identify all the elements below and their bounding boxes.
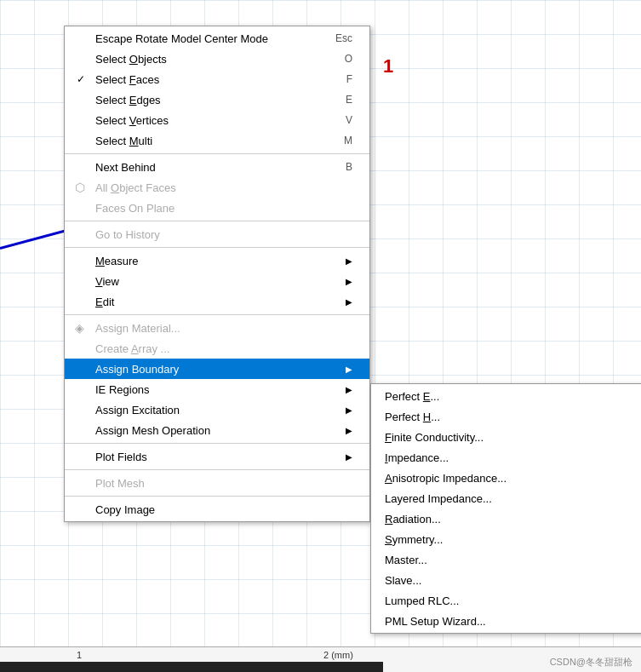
menu-item-select-faces[interactable]: ✓ Select Faces F	[65, 69, 369, 89]
faces-on-plane-label: Faces On Plane	[95, 202, 175, 215]
radiation-label: Radiation...	[385, 513, 441, 526]
menu-item-assign-boundary[interactable]: Assign Boundary ▶	[65, 359, 369, 379]
select-vertices-shortcut: V	[320, 114, 352, 126]
create-array-label: Create Array ...	[95, 342, 169, 355]
menu-item-escape-rotate[interactable]: Escape Rotate Model Center Mode Esc	[65, 28, 369, 49]
separator-6	[65, 469, 369, 470]
plot-mesh-label: Plot Mesh	[95, 477, 145, 490]
select-multi-label: Select Multi	[95, 135, 152, 147]
ie-regions-arrow: ▶	[337, 385, 352, 394]
view-label: View	[95, 275, 119, 288]
assign-mesh-label: Assign Mesh Operation	[95, 424, 210, 437]
separator-4	[65, 314, 369, 315]
separator-7	[65, 496, 369, 497]
finite-conductivity-label: Finite Conductivity...	[385, 431, 484, 444]
assign-excitation-label: Assign Excitation	[95, 404, 180, 416]
submenu-item-layered-impedance[interactable]: Layered Impedance...	[371, 488, 641, 508]
menu-item-select-vertices[interactable]: Select Vertices V	[65, 110, 369, 130]
submenu-item-perfect-e[interactable]: Perfect E...	[371, 386, 641, 406]
separator-3	[65, 247, 369, 248]
all-object-faces-label: All Object Faces	[95, 181, 176, 194]
plot-fields-label: Plot Fields	[95, 451, 147, 463]
submenu-item-anisotropic-impedance[interactable]: Anisotropic Impedance...	[371, 468, 641, 488]
layered-impedance-label: Layered Impedance...	[385, 492, 492, 505]
assign-material-label: Assign Material...	[95, 322, 180, 335]
view-arrow: ▶	[337, 277, 352, 286]
menu-item-next-behind[interactable]: Next Behind B	[65, 157, 369, 177]
ruler-label-1: 1	[77, 650, 82, 660]
ie-regions-label: IE Regions	[95, 383, 150, 396]
menu-item-edit[interactable]: Edit ▶	[65, 291, 369, 312]
pml-setup-label: PML Setup Wizard...	[385, 615, 486, 628]
submenu-item-master[interactable]: Master...	[371, 549, 641, 570]
select-vertices-label: Select Vertices	[95, 114, 169, 127]
impedance-label: Impedance...	[385, 451, 449, 464]
menu-item-plot-fields[interactable]: Plot Fields ▶	[65, 446, 369, 467]
submenu-item-finite-conductivity[interactable]: Finite Conductivity...	[371, 427, 641, 447]
select-objects-label: Select Objects	[95, 53, 167, 66]
escape-rotate-shortcut: Esc	[310, 32, 352, 44]
separator-1	[65, 153, 369, 154]
lumped-rlc-label: Lumped RLC...	[385, 594, 459, 607]
edit-arrow: ▶	[337, 297, 352, 307]
menu-item-all-object-faces: ⬡ All Object Faces	[65, 177, 369, 198]
perfect-e-label: Perfect E...	[385, 390, 439, 403]
separator-5	[65, 443, 369, 444]
menu-item-create-array: Create Array ...	[65, 338, 369, 359]
menu-item-measure[interactable]: Measure ▶	[65, 250, 369, 271]
select-faces-shortcut: F	[321, 73, 352, 85]
anisotropic-impedance-label: Anisotropic Impedance...	[385, 472, 507, 485]
menu-item-ie-regions[interactable]: IE Regions ▶	[65, 379, 369, 399]
context-menu: Escape Rotate Model Center Mode Esc Sele…	[64, 26, 370, 522]
menu-item-select-multi[interactable]: Select Multi M	[65, 130, 369, 151]
all-object-faces-icon: ⬡	[75, 181, 85, 194]
submenu-item-perfect-h[interactable]: Perfect H...	[371, 406, 641, 427]
submenu-item-symmetry[interactable]: Symmetry...	[371, 529, 641, 549]
assign-boundary-label: Assign Boundary	[95, 363, 179, 376]
select-faces-check: ✓	[77, 73, 85, 85]
assign-material-icon: ◈	[75, 321, 84, 335]
escape-rotate-label: Escape Rotate Model Center Mode	[95, 32, 268, 45]
next-behind-shortcut: B	[320, 161, 352, 173]
menu-item-select-edges[interactable]: Select Edges E	[65, 89, 369, 110]
submenu-item-lumped-rlc[interactable]: Lumped RLC...	[371, 590, 641, 611]
master-label: Master...	[385, 554, 427, 566]
menu-item-assign-mesh[interactable]: Assign Mesh Operation ▶	[65, 420, 369, 440]
menu-item-copy-image[interactable]: Copy Image	[65, 499, 369, 520]
next-behind-label: Next Behind	[95, 161, 156, 174]
select-multi-shortcut: M	[318, 135, 352, 146]
menu-item-assign-material: ◈ Assign Material...	[65, 318, 369, 338]
select-edges-label: Select Edges	[95, 94, 161, 106]
edit-label: Edit	[95, 296, 114, 308]
ruler-label-2: 2 (mm)	[323, 650, 353, 660]
perfect-h-label: Perfect H...	[385, 411, 440, 423]
assign-boundary-arrow: ▶	[337, 365, 352, 374]
watermark: CSDN@冬冬甜甜枪	[550, 656, 632, 669]
menu-item-view[interactable]: View ▶	[65, 271, 369, 291]
submenu-item-radiation[interactable]: Radiation...	[371, 508, 641, 529]
menu-item-faces-on-plane: Faces On Plane	[65, 198, 369, 218]
symmetry-label: Symmetry...	[385, 533, 443, 546]
submenu-item-pml-setup[interactable]: PML Setup Wizard...	[371, 611, 641, 631]
measure-arrow: ▶	[337, 256, 352, 266]
menu-item-go-to-history: Go to History	[65, 224, 369, 244]
menu-item-plot-mesh: Plot Mesh	[65, 473, 369, 493]
ruler: 1 2 (mm)	[0, 646, 641, 672]
submenu-item-slave[interactable]: Slave...	[371, 570, 641, 590]
plot-fields-arrow: ▶	[337, 452, 352, 462]
select-objects-shortcut: O	[319, 53, 352, 65]
menu-item-select-objects[interactable]: Select Objects O	[65, 49, 369, 69]
assign-excitation-arrow: ▶	[337, 405, 352, 415]
assign-boundary-submenu: Perfect E... Perfect H... Finite Conduct…	[370, 383, 641, 634]
copy-image-label: Copy Image	[95, 503, 155, 516]
select-faces-label: Select Faces	[95, 73, 159, 86]
menu-item-assign-excitation[interactable]: Assign Excitation ▶	[65, 399, 369, 420]
measure-label: Measure	[95, 255, 139, 267]
ruler-bar	[0, 662, 383, 672]
slave-label: Slave...	[385, 574, 421, 587]
select-edges-shortcut: E	[320, 94, 352, 106]
submenu-item-impedance[interactable]: Impedance...	[371, 447, 641, 468]
go-to-history-label: Go to History	[95, 228, 160, 241]
red-label-1: 1	[383, 55, 393, 78]
separator-2	[65, 221, 369, 221]
